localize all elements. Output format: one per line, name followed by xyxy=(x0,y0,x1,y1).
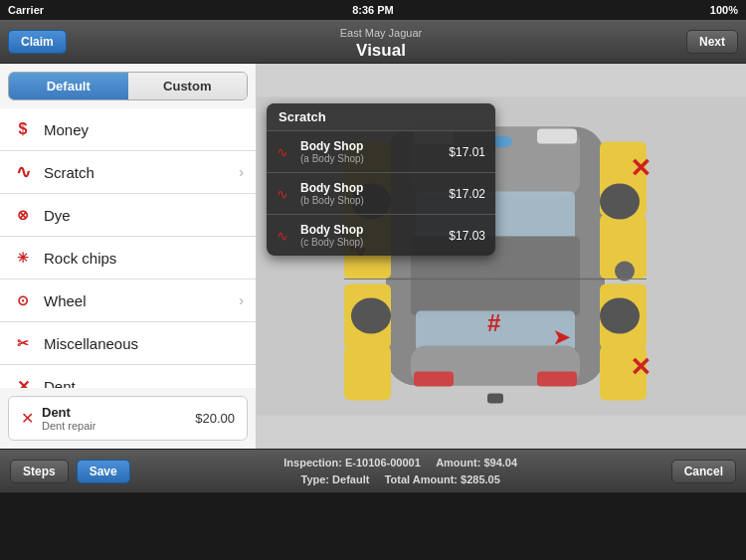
dent-info: Dent Dent repair xyxy=(42,405,195,432)
popup-row-title-0: Body Shop xyxy=(300,139,449,153)
popup-row-title-1: Body Shop xyxy=(300,181,449,195)
list-item-money[interactable]: $ Money xyxy=(0,108,256,151)
popup-row-sub-1: (b Body Shop) xyxy=(300,195,449,206)
svg-rect-21 xyxy=(414,372,454,387)
item-label-dent: Dent xyxy=(44,378,244,389)
svg-text:#: # xyxy=(487,309,500,336)
total-label: Total Amount: $285.05 xyxy=(385,473,500,485)
bottom-bar: Steps Save Inspection: E-10106-00001 Amo… xyxy=(0,449,746,492)
popup-scratch-icon-0: ∿ xyxy=(277,144,292,160)
popup-info-1: Body Shop (b Body Shop) xyxy=(300,181,449,206)
money-icon: $ xyxy=(12,118,34,140)
dent-item-title: Dent xyxy=(42,405,195,420)
popup-scratch-icon-1: ∿ xyxy=(277,186,292,202)
tab-default[interactable]: Default xyxy=(9,73,128,99)
bottom-center-info: Inspection: E-10106-00001 Amount: $94.04… xyxy=(130,455,671,487)
item-label-dye: Dye xyxy=(44,207,244,224)
svg-point-24 xyxy=(615,262,635,281)
popup-row-sub-0: (a Body Shop) xyxy=(300,153,449,164)
dent-item-price: $20.00 xyxy=(195,411,235,426)
popup-row-0[interactable]: ∿ Body Shop (a Body Shop) $17.01 xyxy=(267,131,495,173)
carrier-label: Carrier xyxy=(8,4,44,16)
segmented-control: Default Custom xyxy=(8,72,248,100)
bottom-right-buttons: Cancel xyxy=(671,460,736,483)
svg-text:✕: ✕ xyxy=(630,352,652,382)
svg-point-18 xyxy=(600,298,640,334)
inspection-label: Inspection: E-10106-00001 xyxy=(283,457,424,468)
type-label: Type: Default xyxy=(301,473,373,485)
svg-point-16 xyxy=(600,184,640,220)
wheel-icon: ⊙ xyxy=(12,289,34,311)
dent-item-sub: Dent repair xyxy=(42,420,195,432)
type-value: Default xyxy=(332,473,369,485)
nav-subtitle: East May Jaguar xyxy=(340,27,423,39)
item-label-scratch: Scratch xyxy=(44,164,239,181)
item-label-money: Money xyxy=(44,121,244,138)
popup-row-1[interactable]: ∿ Body Shop (b Body Shop) $17.02 xyxy=(267,173,495,215)
list-item-scratch[interactable]: ∿ Scratch › xyxy=(0,151,256,194)
popup-row-title-2: Body Shop xyxy=(300,223,449,237)
list-item-dye[interactable]: ⊗ Dye xyxy=(0,194,256,237)
dent-selected-icon: ✕ xyxy=(21,409,34,428)
svg-rect-13 xyxy=(344,346,391,401)
popup-row-sub-2: (c Body Shop) xyxy=(300,237,449,248)
claim-button[interactable]: Claim xyxy=(8,30,67,54)
chevron-icon-wheel: › xyxy=(239,292,244,308)
list-item-wheel[interactable]: ⊙ Wheel › xyxy=(0,280,256,322)
bottom-left-buttons: Steps Save xyxy=(10,460,130,483)
dye-icon: ⊗ xyxy=(12,204,34,226)
popup-row-price-0: $17.01 xyxy=(449,145,485,159)
popup-row-2[interactable]: ∿ Body Shop (c Body Shop) $17.03 xyxy=(267,215,495,256)
list-item-dent[interactable]: ✕ Dent xyxy=(0,365,256,388)
popup-header: Scratch xyxy=(267,103,495,131)
popup-row-price-1: $17.02 xyxy=(449,187,485,201)
svg-rect-25 xyxy=(487,394,503,404)
rockchips-icon: ✳ xyxy=(12,247,34,269)
sidebar: Default Custom $ Money ∿ Scratch › ⊗ Dye… xyxy=(0,64,257,449)
next-button[interactable]: Next xyxy=(686,30,738,54)
time-label: 8:36 PM xyxy=(352,4,394,16)
svg-rect-20 xyxy=(537,129,577,144)
svg-point-17 xyxy=(351,298,391,334)
list-item-rockchips[interactable]: ✳ Rock chips xyxy=(0,237,256,280)
list-item-misc[interactable]: ✂ Miscellaneous xyxy=(0,322,256,365)
main-content: Default Custom $ Money ∿ Scratch › ⊗ Dye… xyxy=(0,64,746,449)
amount-value: $94.04 xyxy=(483,457,517,468)
total-value: $285.05 xyxy=(461,473,500,485)
svg-text:✕: ✕ xyxy=(630,153,652,183)
svg-text:➤: ➤ xyxy=(553,326,571,348)
steps-button[interactable]: Steps xyxy=(10,460,69,483)
cancel-button[interactable]: Cancel xyxy=(671,460,736,483)
item-label-wheel: Wheel xyxy=(44,292,239,309)
scratch-popup: Scratch ∿ Body Shop (a Body Shop) $17.01… xyxy=(267,103,495,256)
chevron-icon: › xyxy=(239,164,244,180)
inspection-value: E-10106-00001 xyxy=(345,457,421,468)
status-bar: Carrier 8:36 PM 100% xyxy=(0,0,746,20)
item-label-misc: Miscellaneous xyxy=(44,335,244,352)
item-label-rockchips: Rock chips xyxy=(44,250,244,267)
popup-scratch-icon-2: ∿ xyxy=(277,228,292,244)
popup-info-0: Body Shop (a Body Shop) xyxy=(300,139,449,164)
list-items: $ Money ∿ Scratch › ⊗ Dye ✳ Rock chips ⊙… xyxy=(0,108,256,388)
scratch-icon: ∿ xyxy=(12,161,34,183)
right-panel: ✕ ✕ ∿ # ➤ Scratch ∿ Body Shop (a Body Sh… xyxy=(257,64,746,449)
battery-label: 100% xyxy=(710,4,738,16)
dent-selected-item[interactable]: ✕ Dent Dent repair $20.00 xyxy=(8,396,248,441)
nav-title: Visual xyxy=(356,41,406,60)
nav-bar: Claim East May Jaguar Visual Next xyxy=(0,20,746,64)
popup-info-2: Body Shop (c Body Shop) xyxy=(300,223,449,248)
dent-icon: ✕ xyxy=(12,375,34,388)
misc-icon: ✂ xyxy=(12,332,34,354)
tab-custom[interactable]: Custom xyxy=(128,73,248,99)
popup-row-price-2: $17.03 xyxy=(449,229,485,243)
save-button[interactable]: Save xyxy=(77,460,130,483)
amount-label: Amount: $94.04 xyxy=(436,457,517,468)
svg-rect-22 xyxy=(537,372,577,387)
